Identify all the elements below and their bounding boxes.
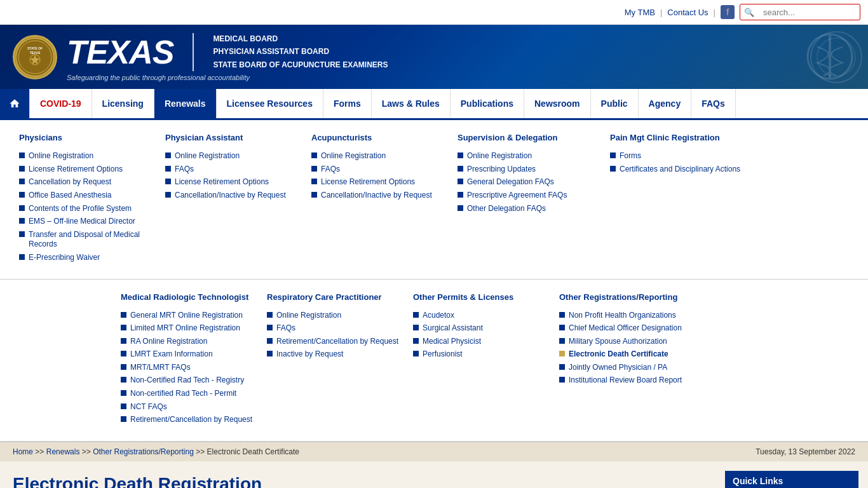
nav-agency[interactable]: Agency: [639, 89, 692, 118]
bullet-icon: [19, 152, 25, 158]
list-item[interactable]: Jointly Owned Physician / PA: [559, 363, 724, 373]
nav-faqs[interactable]: FAQs: [691, 89, 736, 118]
nav-covid[interactable]: COVID-19: [30, 89, 92, 118]
dropdown-respiratory: Respiratory Care Practitioner Online Reg…: [267, 292, 407, 428]
nav-public[interactable]: Public: [591, 89, 639, 118]
list-item[interactable]: Certificates and Disciplinary Actions: [610, 165, 775, 175]
nav-licensing[interactable]: Licensing: [92, 89, 154, 118]
nav-licensee-resources[interactable]: Licensee Resources: [217, 89, 323, 118]
list-item[interactable]: LMRT Exam Information: [121, 349, 261, 360]
list-item[interactable]: Chief Medical Officer Designation: [559, 323, 724, 334]
list-item[interactable]: Other Delegation FAQs: [458, 204, 604, 214]
list-item[interactable]: Online Registration: [165, 151, 305, 161]
bullet-icon: [267, 312, 273, 318]
list-item[interactable]: Prescriptive Agreement FAQs: [458, 191, 604, 201]
dropdown-mrt: Medical Radiologic Technologist General …: [121, 292, 261, 428]
breadcrumb-home[interactable]: Home: [13, 447, 33, 456]
texas-seal: STATE OF TEXAS: [13, 35, 57, 79]
list-item[interactable]: Inactive by Request: [267, 349, 407, 360]
search-input[interactable]: [758, 8, 860, 17]
list-item[interactable]: Online Registration: [311, 151, 451, 161]
nav-newsroom[interactable]: Newsroom: [524, 89, 591, 118]
list-item[interactable]: Transfer and Disposal of Medical Records: [19, 230, 159, 250]
bullet-icon: [19, 218, 25, 224]
dropdown-acup-heading: Acupuncturists: [311, 133, 451, 146]
search-glass-icon: 🔍: [740, 8, 758, 17]
nav-renewals[interactable]: Renewals: [154, 89, 217, 118]
header-divider: [193, 33, 194, 71]
sidebar-title: Quick Links: [725, 471, 858, 488]
header-tagline: Safeguarding the public through professi…: [67, 74, 388, 81]
list-item[interactable]: FAQs: [267, 323, 407, 334]
list-item[interactable]: General Delegation FAQs: [458, 177, 604, 187]
site-header: STATE OF TEXAS TEXAS MEDICAL BOARD PHYSI…: [0, 25, 868, 89]
bullet-icon: [121, 416, 126, 422]
bullet-icon: [121, 351, 126, 356]
list-item[interactable]: Non-certified Rad Tech - Permit: [121, 389, 261, 399]
list-item[interactable]: Retirement/Cancellation by Request: [267, 337, 407, 347]
bullet-icon: [121, 338, 126, 344]
list-item-highlighted[interactable]: Electronic Death Certificate: [559, 349, 724, 360]
nav-home[interactable]: [0, 89, 30, 118]
list-item[interactable]: License Retirement Options: [19, 165, 159, 175]
bullet-icon: [121, 312, 126, 318]
nav-publications[interactable]: Publications: [451, 89, 524, 118]
list-item[interactable]: Online Registration: [19, 151, 159, 161]
bullet-icon: [19, 166, 25, 172]
list-item[interactable]: MRT/LMRT FAQs: [121, 363, 261, 373]
nav-forms[interactable]: Forms: [323, 89, 372, 118]
bullet-icon: [267, 351, 273, 356]
bullet-icon: [610, 166, 616, 172]
list-item[interactable]: Non-Certified Rad Tech - Registry: [121, 376, 261, 386]
list-item[interactable]: Cancellation/Inactive by Request: [311, 191, 451, 201]
bullet-icon: [458, 179, 463, 184]
list-item[interactable]: Institutional Review Board Report: [559, 376, 724, 386]
facebook-icon[interactable]: f: [721, 5, 735, 19]
list-item[interactable]: Medical Physicist: [413, 337, 553, 347]
list-item[interactable]: Limited MRT Online Registration: [121, 323, 261, 334]
bullet-icon: [559, 325, 565, 330]
dropdown-mrt-heading: Medical Radiologic Technologist: [121, 292, 261, 306]
list-item[interactable]: Military Spouse Authorization: [559, 337, 724, 347]
list-item[interactable]: Prescribing Updates: [458, 165, 604, 175]
nav-laws-rules[interactable]: Laws & Rules: [372, 89, 451, 118]
list-item[interactable]: RA Online Registration: [121, 337, 261, 347]
bullet-icon: [165, 192, 171, 198]
list-item[interactable]: FAQs: [165, 165, 305, 175]
list-item[interactable]: License Retirement Options: [165, 177, 305, 187]
breadcrumb-other-reg[interactable]: Other Registrations/Reporting: [93, 447, 194, 456]
contact-us-link[interactable]: Contact Us: [667, 8, 708, 17]
list-item[interactable]: Cancellation/Inactive by Request: [165, 191, 305, 201]
breadcrumb-current: Electronic Death Certificate: [207, 447, 299, 456]
list-item[interactable]: Cancellation by Request: [19, 177, 159, 187]
list-item[interactable]: General MRT Online Registration: [121, 311, 261, 321]
bullet-icon: [311, 166, 317, 172]
breadcrumb: Home >> Renewals >> Other Registrations/…: [0, 442, 868, 461]
list-item[interactable]: Acudetox: [413, 311, 553, 321]
my-tmb-link[interactable]: My TMB: [625, 8, 655, 17]
page-title: Electronic Death Registration: [13, 474, 703, 488]
list-item[interactable]: Forms: [610, 151, 775, 161]
list-item[interactable]: Online Registration: [458, 151, 604, 161]
list-item[interactable]: Office Based Anesthesia: [19, 191, 159, 201]
bullet-icon: [413, 338, 419, 344]
list-item[interactable]: E-Prescribing Waiver: [19, 253, 159, 263]
list-item[interactable]: Non Profit Health Organizations: [559, 311, 724, 321]
list-item[interactable]: Surgical Assistant: [413, 323, 553, 334]
breadcrumb-renewals[interactable]: Renewals: [46, 447, 80, 456]
list-item[interactable]: License Retirement Options: [311, 177, 451, 187]
bullet-icon: [165, 179, 171, 184]
dropdown-pain-mgt: Pain Mgt Clinic Registration Forms Certi…: [610, 133, 775, 266]
list-item[interactable]: Perfusionist: [413, 349, 553, 360]
bullet-icon: [458, 166, 463, 172]
list-item[interactable]: Contents of the Profile System: [19, 204, 159, 214]
dropdown-pa-heading: Physician Assistant: [165, 133, 305, 146]
list-item[interactable]: Retirement/Cancellation by Request: [121, 415, 261, 425]
bullet-icon: [121, 390, 126, 396]
list-item[interactable]: Online Registration: [267, 311, 407, 321]
list-item[interactable]: EMS – Off-line Medical Director: [19, 217, 159, 227]
bullet-icon: [311, 179, 317, 184]
list-item[interactable]: NCT FAQs: [121, 402, 261, 412]
dropdown-other-permits: Other Permits & Licenses Acudetox Surgic…: [413, 292, 553, 428]
list-item[interactable]: FAQs: [311, 165, 451, 175]
